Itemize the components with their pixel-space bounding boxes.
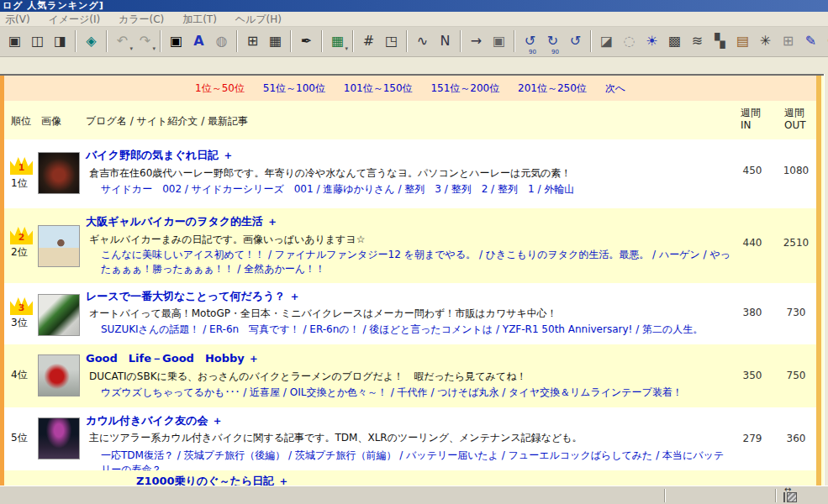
blog-thumbnail[interactable] [38,354,80,396]
blog-thumbnail[interactable] [38,225,80,267]
col-blog: ブログ名 / サイト紹介文 / 最新記事 [86,114,248,129]
copy-button[interactable]: ▣ [3,30,26,52]
crop-button[interactable]: # [357,30,380,52]
weekly-out-value: 2510 [778,237,815,249]
table-row: 3 3位 レースで一番大切なことって何だろう？ ＋ オートバイって最高！Moto… [4,283,816,344]
toolbar-gap [0,57,828,74]
weekly-in-value: 380 [734,307,771,318]
crop-icon: # [363,33,374,49]
rank-label: 5位 [11,431,28,445]
menu-image[interactable]: イメージ(I) [48,12,100,27]
toolbar-separator [106,30,108,52]
mosaic-button[interactable]: ▚ [709,30,731,52]
menu-view[interactable]: 示(V) [5,12,30,27]
thumbnail-box-button[interactable]: ▣ [488,30,510,52]
palette-grid-button[interactable]: ▦▾ [326,30,349,52]
copy-icon: ▣ [8,33,21,49]
blog-description: DUCATIのSBKに乗る、おっさんのバイクとラーメンのブログだよ！ 暇だったら… [89,370,526,384]
page-link-101-150[interactable]: 101位～150位 [344,82,413,94]
blog-title-link[interactable]: 大阪ギャルバイカーのヲタク的生活 ＋ [86,214,278,229]
drop-shadow-button[interactable]: ◪ [595,30,618,52]
rotate-right-90-button[interactable]: ↻90 [541,30,564,52]
toolbar-separator [321,30,323,52]
line-tool-button[interactable]: N [434,30,456,52]
blog-title-link[interactable]: Z1000乗りのぐ～たら日記 ＋ [136,474,289,486]
palette-grid-icon: ▦ [331,33,344,49]
latest-article-links[interactable]: サイドカー 002 / サイドカーシリーズ 001 / 進藤ゆかりさん / 整列… [101,182,733,197]
text-tool-icon: A [193,33,203,49]
text-tool-button[interactable]: A [187,30,210,52]
blog-thumbnail[interactable] [38,152,80,194]
rank-label: 3位 [11,316,28,330]
starburst-button[interactable]: ☀ [641,30,663,52]
menu-help[interactable]: ヘルプ(H) [235,12,282,27]
eyedropper-button[interactable]: ✒ [295,30,318,52]
toolbar-separator [352,30,354,52]
rank-1-crown-icon: 1 [10,157,33,175]
select-frame-icon: ▣ [170,33,182,49]
paste-button[interactable]: ◫ [26,30,49,52]
soft-blur-button[interactable]: ◌ [618,30,641,52]
bricks-icon: ▤ [736,33,749,49]
pencil-icon: ✎ [805,33,816,49]
blog-thumbnail[interactable] [38,417,80,459]
blog-title-link[interactable]: カウル付きバイク友の会 ＋ [86,413,223,428]
blog-description: 主にツアラー系カウル付きバイクに関する記事です。TDM、XLRのツーリング、メン… [89,431,583,445]
rank-label: 2位 [11,245,28,260]
window-panes-button[interactable]: ⊞ [777,30,799,52]
pencil-button[interactable]: ✎ [799,30,822,52]
redo-button[interactable]: ↷▾ [134,30,156,52]
latest-article-links[interactable]: 一応TDM復活？ / 茨城プチ旅行（後編） / 茨城プチ旅行（前編） / バッテ… [101,449,733,470]
latest-article-links[interactable]: ウズウズしちゃってるかも･･･ / 近喜屋 / OIL交換とか色々～！ / 千代… [101,386,733,400]
column-header: 順位 画像 ブログ名 / サイト紹介文 / 最新記事 週間IN 週間OUT [4,101,816,139]
edit-colors-button[interactable]: ✏ [822,30,828,52]
paste-special-icon: ◨ [54,33,66,49]
blog-thumbnail[interactable] [38,294,80,336]
canvas-size-button[interactable]: ◳ [380,30,403,52]
weekly-out-value: 1080 [778,165,815,176]
weekly-in-value: 350 [734,370,771,381]
rotate-180-button[interactable]: ↺ [564,30,587,52]
waves-button[interactable]: ≋ [686,30,709,52]
blend-button[interactable]: ◍ [210,30,233,52]
blend-icon: ◍ [216,33,228,49]
move-right-button[interactable]: → [465,30,488,52]
paste-special-button[interactable]: ◨ [49,30,71,52]
page-link-201-250[interactable]: 201位～250位 [518,82,587,94]
rotate-left-90-button[interactable]: ↺90 [519,30,541,52]
latest-article-links[interactable]: こんなに美味しいアイス初めて！！ / ファイナルファンタジー12 を朝までやる。… [101,248,733,276]
dither-button[interactable]: ▩ [663,30,686,52]
waves-icon: ≋ [692,33,703,49]
toolbar-separator [514,30,515,52]
blog-title-link[interactable]: レースで一番大切なことって何だろう？ ＋ [86,289,300,304]
undo-button[interactable]: ↶▾ [111,30,134,52]
paint-fill-button[interactable]: ◈ [80,30,103,52]
rank-3-crown-icon: 3 [10,297,33,315]
page-link-151-200[interactable]: 151位～200位 [430,82,499,94]
line-tool-icon: N [440,33,451,49]
page-link-51-100[interactable]: 51位～100位 [263,82,325,94]
blog-title-link[interactable]: バイク野郎の気まぐれ日記 ＋ [86,148,234,163]
menu-process[interactable]: 加工(T) [182,12,217,27]
select-frame-button[interactable]: ▣ [165,30,187,52]
filmstrip-icon: ▦ [269,33,282,49]
window-titlebar: ログ 人気ランキング] [0,0,828,12]
blog-title-link[interactable]: Good Life－Good Hobby ＋ [86,351,259,366]
tile-view-button[interactable]: ⊞ [241,30,264,52]
page-link-next[interactable]: 次へ [605,82,625,94]
rank-label: 1位 [11,176,28,191]
table-row: 1 1位 バイク野郎の気まぐれ日記 ＋ 倉吉市在住60歳代ハーレー野郎です。年寄… [4,139,816,208]
filmstrip-button[interactable]: ▦ [264,30,287,52]
latest-article-links[interactable]: SUZUKIさんの話題！ / ER-6n 写真です！ / ER-6nの！ / 後… [101,323,733,337]
col-weekly-out: 週間OUT [784,107,806,132]
col-weekly-in: 週間IN [741,107,761,132]
redo-icon: ↷ [140,33,150,49]
sharpen-button[interactable]: ✳ [754,30,777,52]
curve-tool-button[interactable]: ∿ [411,30,434,52]
table-row: 5位 カウル付きバイク友の会 ＋ 主にツアラー系カウル付きバイクに関する記事です… [4,407,816,470]
toolbar-separator [236,30,238,52]
resize-handle-icon[interactable]: ↔ [782,488,800,503]
bricks-button[interactable]: ▤ [731,30,754,52]
menu-color[interactable]: カラー(C) [119,12,164,27]
page-link-1-50[interactable]: 1位～50位 [195,82,245,94]
